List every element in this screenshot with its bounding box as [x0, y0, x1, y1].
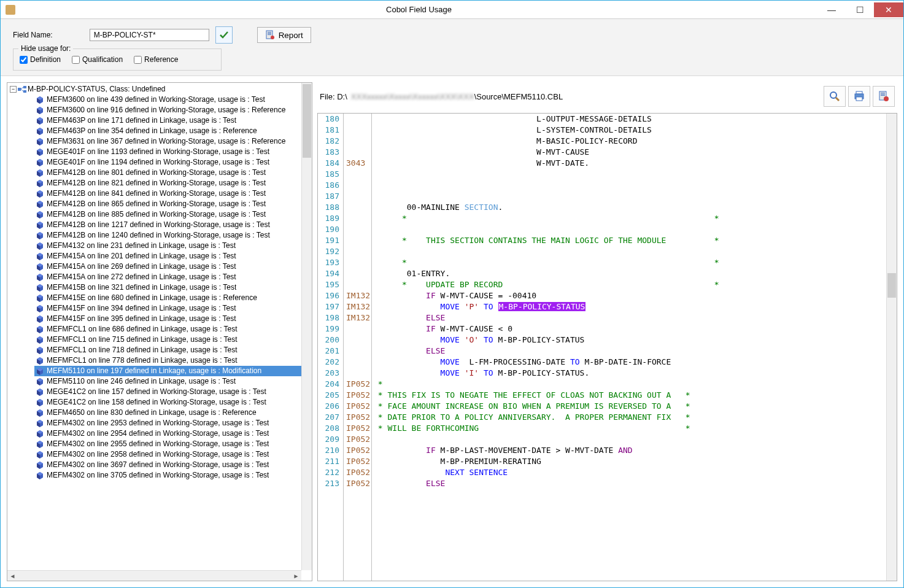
tree-item[interactable]: MEFM3631 on line 367 defined in Working-… [34, 136, 312, 147]
tree-item[interactable]: MEFM3600 on line 916 defined in Working-… [34, 105, 312, 115]
svg-line-9 [836, 98, 839, 101]
main-window: Cobol Field Usage — ☐ ✕ Field Name: Repo… [0, 0, 904, 588]
tree-item[interactable]: MEFM415A on line 201 defined in Linkage,… [34, 251, 312, 261]
tree-vertical-scrollbar[interactable] [301, 83, 312, 570]
svg-rect-14 [881, 93, 885, 93]
tree-item-label: MEFM415A on line 269 defined in Linkage,… [47, 261, 236, 272]
tree-item-label: MEFM412B on line 1217 defined in Working… [47, 220, 270, 230]
field-name-input[interactable] [90, 29, 209, 41]
tree-item[interactable]: MEFMFCL1 on line 715 defined in Linkage,… [34, 335, 312, 345]
apply-button[interactable] [215, 26, 233, 44]
tree-item-label: MEFM4302 on line 2953 defined in Working… [47, 418, 269, 428]
code-vertical-scrollbar[interactable] [886, 114, 897, 581]
tree-horizontal-scrollbar[interactable]: ◄ ► [7, 570, 301, 581]
tree-item-label: MEFM412B on line 821 defined in Working-… [47, 178, 266, 188]
tree-root[interactable]: − M-BP-POLICY-STATUS, Class: Undefined [10, 84, 312, 95]
tree-item-label: MEFMFCL1 on line 778 defined in Linkage,… [47, 355, 238, 366]
tree-item-label: MEFM3600 on line 439 defined in Working-… [47, 95, 265, 105]
scroll-right-icon[interactable]: ► [291, 571, 301, 581]
tree-item[interactable]: MEFM4302 on line 2958 defined in Working… [34, 449, 312, 460]
svg-rect-15 [881, 94, 885, 95]
tree-item[interactable]: MEGE41C2 on line 157 defined in Working-… [34, 387, 312, 397]
titlebar: Cobol Field Usage — ☐ ✕ [1, 1, 903, 19]
tree-item[interactable]: MEFM412B on line 1240 defined in Working… [34, 230, 312, 241]
tree-item[interactable]: MEFM463P on line 354 defined in Linkage,… [34, 126, 312, 136]
tree-item[interactable]: MEFM415F on line 395 defined in Linkage,… [34, 314, 312, 324]
tree-item[interactable]: MEFM415E on line 680 defined in Linkage,… [34, 293, 312, 303]
svg-point-4 [271, 36, 274, 39]
code-toolbar [824, 86, 895, 107]
hide-usage-group: Hide usage for: Definition Qualification… [13, 48, 222, 71]
tree-item[interactable]: MEFM412B on line 865 defined in Working-… [34, 199, 312, 209]
tree-item-label: MEFM412B on line 885 defined in Working-… [47, 209, 266, 220]
tree-item[interactable]: MEFM412B on line 885 defined in Working-… [34, 209, 312, 220]
tree-item[interactable]: MEFM415A on line 272 defined in Linkage,… [34, 272, 312, 282]
tree-item-label: MEFM415F on line 394 defined in Linkage,… [47, 303, 236, 314]
collapse-icon[interactable]: − [10, 86, 17, 93]
code-viewer[interactable]: 1801811821831841851861871881891901911921… [317, 113, 897, 581]
export-button[interactable] [873, 86, 895, 107]
tree-item-label: MEFMFCL1 on line 686 defined in Linkage,… [47, 324, 238, 335]
tree-item-label: MEFMFCL1 on line 718 defined in Linkage,… [47, 345, 238, 355]
tree-item[interactable]: MEFM4302 on line 2954 defined in Working… [34, 428, 312, 439]
tree-item[interactable]: MEFM4302 on line 2953 defined in Working… [34, 418, 312, 428]
tree-item[interactable]: MEFM412B on line 841 defined in Working-… [34, 188, 312, 199]
qualification-checkbox[interactable]: Qualification [72, 55, 123, 64]
svg-rect-3 [268, 34, 271, 35]
tree-item-label: MEFM4302 on line 2955 defined in Working… [47, 439, 269, 449]
tree-item-label: MEFM4132 on line 231 defined in Linkage,… [47, 241, 236, 251]
tree-item[interactable]: MEFM415F on line 394 defined in Linkage,… [34, 303, 312, 314]
file-path: XXXxxxxx\Xxxxx\Xxxxxx\XXX\XXX\Source\MEF… [351, 92, 563, 101]
tree-item[interactable]: MEFM463P on line 171 defined in Linkage,… [34, 115, 312, 126]
tree-item[interactable]: MEFM4302 on line 3705 defined in Working… [34, 470, 312, 481]
sequence-column: 3043IM132IM132IM132IP052IP052IP052IP052I… [344, 114, 372, 581]
usage-tree[interactable]: − M-BP-POLICY-STATUS, Class: Undefined M… [7, 83, 312, 581]
tree-item[interactable]: MEFM5110 on line 197 defined in Linkage,… [34, 366, 312, 376]
tree-item[interactable]: MEFMFCL1 on line 686 defined in Linkage,… [34, 324, 312, 335]
tree-item[interactable]: MEGE401F on line 1194 defined in Working… [34, 157, 312, 168]
tree-item[interactable]: MEFM4302 on line 3697 defined in Working… [34, 460, 312, 470]
tree-item[interactable]: MEFM4650 on line 830 defined in Linkage,… [34, 408, 312, 418]
tree-item[interactable]: MEFMFCL1 on line 718 defined in Linkage,… [34, 345, 312, 355]
reference-checkbox[interactable]: Reference [134, 55, 178, 64]
tree-item[interactable]: MEFM4302 on line 2955 defined in Working… [34, 439, 312, 449]
tree-item-label: MEFM463P on line 171 defined in Linkage,… [47, 115, 236, 126]
tree-item[interactable]: MEFM415A on line 269 defined in Linkage,… [34, 261, 312, 272]
tree-item[interactable]: MEFMFCL1 on line 778 defined in Linkage,… [34, 355, 312, 366]
tree-item-label: MEFMFCL1 on line 715 defined in Linkage,… [47, 335, 238, 345]
maximize-button[interactable]: ☐ [846, 2, 874, 17]
tree-item-label: MEFM5110 on line 246 defined in Linkage,… [47, 376, 236, 387]
tree-item[interactable]: MEFM415B on line 321 defined in Linkage,… [34, 282, 312, 293]
svg-rect-2 [268, 33, 271, 34]
print-button[interactable] [848, 86, 870, 107]
tree-item-label: MEGE41C2 on line 157 defined in Working-… [47, 387, 266, 397]
tree-root-label: M-BP-POLICY-STATUS, Class: Undefined [28, 84, 166, 95]
code-lines: L-OUTPUT-MESSAGE-DETAILS L-SYSTEM-CONTRO… [372, 114, 897, 581]
tree-scroll-thumb[interactable] [303, 84, 311, 158]
find-button[interactable] [824, 86, 846, 107]
tree-item[interactable]: MEFM3600 on line 439 defined in Working-… [34, 95, 312, 105]
tree-item[interactable]: MEGE401F on line 1193 defined in Working… [34, 147, 312, 157]
printer-icon [853, 90, 865, 103]
tree-root-icon [18, 86, 26, 93]
close-button[interactable]: ✕ [874, 2, 903, 17]
tree-item-label: MEFM5110 on line 197 defined in Linkage,… [47, 366, 261, 376]
tree-item[interactable]: MEFM412B on line 1217 defined in Working… [34, 220, 312, 230]
tree-item-label: MEFM412B on line 801 defined in Working-… [47, 168, 266, 178]
scroll-left-icon[interactable]: ◄ [7, 571, 18, 581]
tree-item[interactable]: MEFM412B on line 821 defined in Working-… [34, 178, 312, 188]
minimize-button[interactable]: — [817, 2, 846, 17]
definition-checkbox[interactable]: Definition [20, 55, 61, 64]
tree-item[interactable]: MEFM5110 on line 246 defined in Linkage,… [34, 376, 312, 387]
tree-item[interactable]: MEFM4132 on line 231 defined in Linkage,… [34, 241, 312, 251]
code-scroll-thumb[interactable] [887, 273, 896, 298]
app-icon [6, 5, 15, 15]
report-button[interactable]: Report [257, 27, 311, 43]
field-name-label: Field Name: [13, 31, 53, 39]
window-controls: — ☐ ✕ [817, 2, 903, 17]
tree-item[interactable]: MEGE41C2 on line 158 defined in Working-… [34, 397, 312, 408]
tree-item-label: MEGE401F on line 1193 defined in Working… [47, 147, 269, 157]
tree-item[interactable]: MEFM412B on line 801 defined in Working-… [34, 168, 312, 178]
tree-item-label: MEFM415A on line 272 defined in Linkage,… [47, 272, 236, 282]
tree-item-label: MEFM415F on line 395 defined in Linkage,… [47, 314, 236, 324]
